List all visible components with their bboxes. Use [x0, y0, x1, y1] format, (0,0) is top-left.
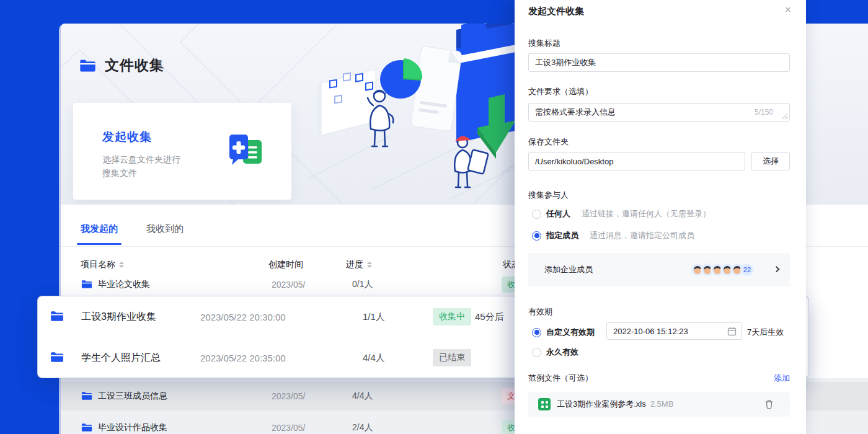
- column-project-name: 项目名称: [81, 259, 115, 270]
- radio-anyone[interactable]: [532, 210, 541, 219]
- progress: 2/4人: [352, 422, 373, 433]
- create-collection-panel: 发起文件收集 × 搜集标题 工设3期作业收集 文件要求（选填） 需按格式要求录入…: [515, 0, 806, 434]
- sample-file-size: 2.5MB: [650, 399, 674, 409]
- save-folder-input[interactable]: /User/kikoluo/Desktop: [528, 152, 745, 170]
- radio-permanent-validity-label: 永久有效: [546, 347, 578, 358]
- page-title: 文件收集: [105, 56, 164, 75]
- file-requirement-input[interactable]: 需按格式要求录入信息 5/150: [528, 103, 790, 122]
- validity-date-input[interactable]: 2022-10-06 15:12:23: [606, 322, 742, 340]
- close-icon[interactable]: ×: [785, 4, 791, 15]
- effect-hint: 7天后生效: [747, 327, 784, 338]
- project-name: 毕业设计作品收集: [98, 422, 167, 433]
- add-members-row[interactable]: 添加企业成员 22: [528, 253, 790, 286]
- created-time: 2023/05/22 20:30:00: [200, 312, 286, 322]
- collect-title-label: 搜集标题: [528, 38, 560, 49]
- save-folder-label: 保存文件夹: [528, 136, 569, 148]
- launch-collection-card[interactable]: 发起收集 选择云盘文件夹进行 搜集文件: [73, 103, 291, 200]
- radio-anyone-hint: 通过链接，邀请任何人（无需登录）: [582, 208, 711, 219]
- radio-custom-validity[interactable]: [532, 328, 541, 337]
- collect-files-icon: [226, 133, 265, 169]
- sort-icon[interactable]: [119, 262, 124, 268]
- column-created-time: 创建时间: [268, 259, 303, 270]
- tab-received[interactable]: 我收到的: [146, 223, 184, 245]
- participants-label: 搜集参与人: [528, 190, 569, 201]
- xls-file-icon: [538, 398, 551, 410]
- progress: 1/1人: [363, 311, 385, 323]
- folder-icon: [50, 352, 64, 363]
- add-sample-file-link[interactable]: 添加: [774, 373, 790, 384]
- tab-initiated[interactable]: 我发起的: [81, 223, 118, 245]
- person-clipboard-graphic: [454, 137, 489, 187]
- created-time: 2023/05/: [272, 423, 306, 433]
- progress: 0/1人: [352, 279, 373, 290]
- sample-file-label: 范例文件（可选）: [528, 373, 593, 384]
- deadline-hint: 45分后: [475, 311, 504, 323]
- status-badge: 收集中: [433, 308, 471, 326]
- project-name: 学生个人照片汇总: [81, 352, 161, 365]
- resize-handle-icon[interactable]: [782, 113, 787, 119]
- trash-icon[interactable]: [764, 399, 774, 409]
- created-time: 2023/05/: [272, 280, 306, 290]
- project-name: 工设3期作业收集: [81, 311, 156, 324]
- member-avatars: 22: [691, 263, 754, 277]
- folder-icon: [50, 311, 64, 322]
- member-count-badge: 22: [740, 263, 754, 277]
- launch-card-title: 发起收集: [102, 129, 152, 145]
- folder-icon: [81, 391, 92, 401]
- folder-icon: [79, 59, 96, 73]
- radio-permanent-validity[interactable]: [532, 348, 541, 357]
- created-time: 2023/05/22 20:35:00: [200, 353, 286, 363]
- sort-icon[interactable]: [367, 262, 372, 268]
- file-requirement-label: 文件要求（选填）: [528, 86, 593, 97]
- progress: 4/4人: [363, 352, 385, 364]
- sample-file-row: 工设3期作业案例参考.xls2.5MB: [528, 392, 790, 417]
- radio-specified-members[interactable]: [532, 231, 541, 241]
- status-badge: 已结束: [433, 349, 471, 366]
- column-progress: 进度: [346, 259, 363, 270]
- project-name: 毕业论文收集: [98, 279, 150, 290]
- launch-card-subtitle: 选择云盘文件夹进行 搜集文件: [102, 153, 180, 180]
- created-time: 2023/05/: [272, 391, 306, 401]
- validity-label: 有效期: [528, 306, 552, 317]
- panel-title: 发起文件收集: [528, 6, 584, 17]
- tabs: 我发起的 我收到的: [81, 223, 184, 245]
- radio-specified-members-label: 指定成员: [546, 230, 578, 241]
- chevron-right-icon: [774, 266, 780, 272]
- folder-icon: [81, 423, 92, 432]
- char-counter: 5/150: [755, 108, 773, 117]
- radio-anyone-label: 任何人: [546, 208, 570, 219]
- whiteboard-graphic: [317, 69, 376, 137]
- choose-folder-button[interactable]: 选择: [751, 152, 790, 170]
- add-members-label: 添加企业成员: [544, 264, 593, 275]
- calendar-icon[interactable]: [727, 327, 737, 336]
- radio-specified-members-hint: 通过消息，邀请指定公司成员: [590, 230, 694, 241]
- collect-title-input[interactable]: 工设3期作业收集: [528, 53, 790, 72]
- radio-custom-validity-label: 自定义有效期: [546, 327, 595, 338]
- progress: 4/4人: [352, 391, 373, 402]
- project-name: 工设三班成员信息: [98, 391, 167, 402]
- folder-icon: [81, 280, 92, 289]
- sample-file-name: 工设3期作业案例参考.xls2.5MB: [557, 399, 673, 410]
